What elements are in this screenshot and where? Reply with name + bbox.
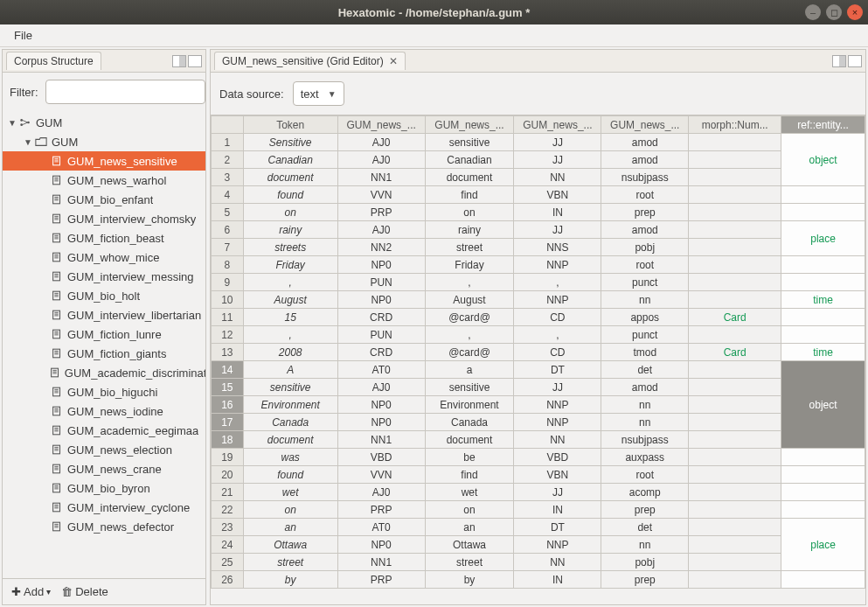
tree-item[interactable]: ▼GUM [3, 113, 205, 132]
row-number[interactable]: 9 [212, 274, 244, 291]
cell[interactable]: NN [514, 431, 601, 449]
cell[interactable]: street [425, 554, 514, 571]
tree-item[interactable]: GUM_academic_discrimination [3, 363, 205, 382]
cell-token[interactable]: 2008 [243, 344, 337, 361]
cell[interactable]: nsubjpass [601, 431, 689, 449]
row-number[interactable]: 15 [212, 379, 244, 396]
cell[interactable]: by [425, 571, 514, 589]
cell[interactable]: sensitive [425, 379, 514, 396]
tree-item[interactable]: GUM_interview_cyclone [3, 498, 205, 517]
maximize-view-icon[interactable] [188, 55, 202, 67]
cell[interactable]: Canada [425, 414, 514, 431]
cell[interactable]: August [425, 291, 514, 309]
cell[interactable]: IN [514, 204, 601, 221]
maximize-view-icon[interactable] [848, 55, 862, 67]
tree-item[interactable]: ▼GUM [3, 132, 205, 151]
cell[interactable]: DT [514, 361, 601, 379]
cell[interactable]: find [425, 466, 514, 484]
tree-item[interactable]: GUM_news_crane [3, 459, 205, 478]
cell-ref[interactable] [781, 326, 865, 344]
cell-token[interactable]: Canada [243, 414, 337, 431]
cell[interactable]: , [425, 274, 514, 291]
cell-ref[interactable] [781, 449, 865, 466]
cell[interactable]: amod [601, 221, 689, 239]
add-button[interactable]: ✚ Add ▾ [8, 583, 54, 600]
cell-morph[interactable]: Card [689, 344, 781, 361]
cell[interactable]: VBN [514, 186, 601, 204]
cell[interactable]: rainy [425, 221, 514, 239]
cell-ref[interactable] [781, 571, 865, 589]
cell-morph[interactable] [689, 536, 781, 554]
cell-morph[interactable] [689, 431, 781, 449]
cell-token[interactable]: rainy [243, 221, 337, 239]
tree-item[interactable]: GUM_bio_higuchi [3, 382, 205, 401]
cell[interactable]: on [425, 204, 514, 221]
row-number[interactable]: 16 [212, 396, 244, 414]
cell-token[interactable]: street [243, 554, 337, 571]
cell[interactable]: find [425, 186, 514, 204]
tree-item[interactable]: GUM_bio_holt [3, 286, 205, 305]
cell[interactable]: JJ [514, 134, 601, 151]
cell-morph[interactable] [689, 274, 781, 291]
cell-token[interactable]: , [243, 326, 337, 344]
cell[interactable]: amod [601, 134, 689, 151]
cell-morph[interactable] [689, 379, 781, 396]
cell-token[interactable]: an [243, 519, 337, 536]
cell[interactable]: JJ [514, 151, 601, 169]
cell-ref-span[interactable]: object [781, 361, 865, 449]
cell[interactable]: PRP [337, 571, 425, 589]
cell[interactable]: amod [601, 379, 689, 396]
tree-item[interactable]: GUM_fiction_giants [3, 344, 205, 363]
cell-token[interactable]: sensitive [243, 379, 337, 396]
row-number[interactable]: 2 [212, 151, 244, 169]
cell[interactable]: @card@ [425, 344, 514, 361]
cell[interactable]: IN [514, 501, 601, 519]
cell-ref-span[interactable]: time [781, 291, 865, 309]
window-close-button[interactable]: × [847, 4, 863, 20]
cell[interactable]: nn [601, 536, 689, 554]
cell-morph[interactable] [689, 151, 781, 169]
cell[interactable]: PRP [337, 501, 425, 519]
cell-ref-span[interactable]: time [781, 344, 865, 361]
column-header[interactable]: Token [243, 116, 337, 134]
cell[interactable]: det [601, 519, 689, 536]
row-number[interactable]: 14 [212, 361, 244, 379]
cell-token[interactable]: on [243, 204, 337, 221]
delete-button[interactable]: 🗑 Delete [58, 583, 112, 600]
cell-token[interactable]: Friday [243, 256, 337, 274]
cell[interactable]: NNP [514, 536, 601, 554]
cell-ref[interactable] [781, 484, 865, 501]
cell-morph[interactable]: Card [689, 309, 781, 326]
cell-token[interactable]: Sensitive [243, 134, 337, 151]
window-minimize-button[interactable]: – [805, 4, 821, 20]
tree-item[interactable]: GUM_interview_libertarian [3, 305, 205, 324]
cell[interactable]: root [601, 186, 689, 204]
column-header[interactable]: morph::Num... [689, 116, 781, 134]
filter-input[interactable] [45, 80, 205, 104]
row-number[interactable]: 17 [212, 414, 244, 431]
cell[interactable]: , [514, 326, 601, 344]
cell[interactable]: punct [601, 326, 689, 344]
minimize-view-icon[interactable] [832, 55, 846, 67]
cell[interactable]: Ottawa [425, 536, 514, 554]
menu-file[interactable]: File [7, 26, 39, 45]
close-icon[interactable]: ✕ [389, 55, 398, 67]
cell[interactable]: root [601, 256, 689, 274]
tree-item[interactable]: GUM_news_iodine [3, 401, 205, 421]
row-number[interactable]: 7 [212, 239, 244, 256]
cell[interactable]: NN2 [337, 239, 425, 256]
cell[interactable]: JJ [514, 379, 601, 396]
cell[interactable]: @card@ [425, 309, 514, 326]
tree-item[interactable]: GUM_bio_enfant [3, 190, 205, 209]
row-number[interactable]: 24 [212, 536, 244, 554]
cell-morph[interactable] [689, 501, 781, 519]
tree-item[interactable]: GUM_news_sensitive [3, 151, 205, 171]
cell-token[interactable]: Ottawa [243, 536, 337, 554]
cell[interactable]: NN [514, 169, 601, 186]
cell-morph[interactable] [689, 519, 781, 536]
cell-morph[interactable] [689, 449, 781, 466]
expand-toggle-icon[interactable]: ▼ [22, 137, 34, 147]
column-header[interactable]: GUM_news_... [337, 116, 425, 134]
cell[interactable]: IN [514, 571, 601, 589]
cell[interactable]: NNP [514, 291, 601, 309]
